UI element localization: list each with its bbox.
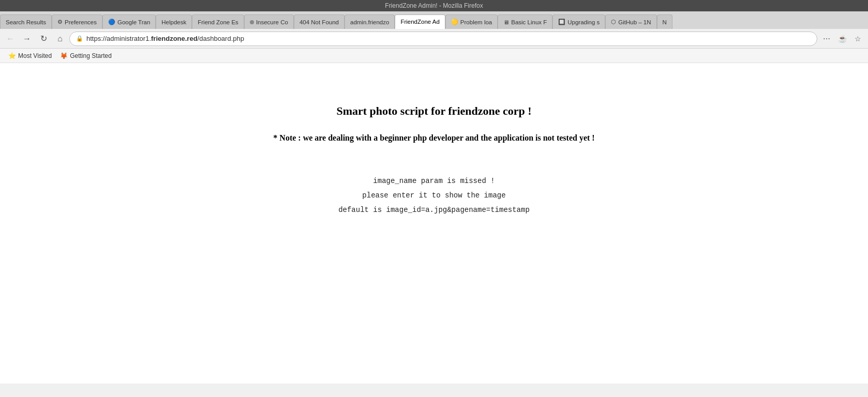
nav-extra-buttons: ⋯ ☕ ☆ (819, 32, 865, 46)
tab-label: FriendZone Ad (400, 19, 439, 25)
home-button[interactable]: ⌂ (53, 32, 67, 46)
reload-button[interactable]: ↻ (36, 32, 51, 46)
tab-label: Helpdesk (161, 19, 186, 25)
bookmark-label: Getting Started (70, 52, 112, 59)
tab-problem-load[interactable]: 🟡Problem loa (445, 14, 498, 29)
tab-favicon-icon: ⚙ (57, 19, 63, 25)
tab-label: Problem loa (460, 19, 492, 25)
page-note: * Note : we are dealing with a beginner … (273, 133, 594, 143)
tab-upgrading[interactable]: 🔲Upgrading s (552, 14, 605, 29)
tab-favicon-icon: ⬡ (611, 19, 616, 25)
tab-admin-friendzone[interactable]: admin.friendzo (345, 14, 395, 29)
bookmark-label: Most Visited (18, 52, 52, 59)
tab-helpdesk[interactable]: Helpdesk (156, 14, 192, 29)
bookmark-star-button[interactable]: ☆ (850, 32, 865, 46)
tab-label: Basic Linux F (511, 19, 547, 25)
tab-favicon-icon: 🟡 (451, 19, 458, 25)
lock-icon: 🔒 (76, 35, 83, 42)
tab-label: Google Tran (117, 19, 150, 25)
tab-label: Preferences (65, 19, 97, 25)
pocket-button[interactable]: ☕ (835, 32, 849, 46)
tab-github[interactable]: ⬡GitHub – 1N (605, 14, 656, 29)
bookmarks-bar: ⭐Most Visited🦊Getting Started (0, 49, 868, 63)
url-bar[interactable]: 🔒 https://administrator1.friendzone.red/… (69, 32, 817, 46)
url-domain: friendzone.red (151, 35, 198, 42)
page-title: Smart photo script for friendzone corp ! (336, 104, 531, 118)
bookmark-icon: 🦊 (60, 52, 68, 59)
tab-insecure-co[interactable]: Insecure Co (244, 14, 294, 29)
nav-bar: ← → ↻ ⌂ 🔒 https://administrator1.friendz… (0, 29, 868, 49)
tab-basic-linux[interactable]: 🖥Basic Linux F (498, 14, 552, 29)
tab-favicon-icon: 🖥 (503, 19, 509, 25)
tab-label: Friend Zone Es (198, 19, 238, 25)
url-text: https://administrator1.friendzone.red/da… (86, 35, 811, 42)
page-messages: image_name param is missed !please enter… (338, 174, 530, 217)
forward-button[interactable]: → (20, 32, 34, 46)
tab-label: N (663, 19, 667, 25)
tab-label: Insecure Co (256, 19, 288, 25)
tab-dot-icon (250, 20, 254, 24)
tab-new-tab[interactable]: N (657, 14, 672, 29)
bookmark-icon: ⭐ (8, 52, 16, 59)
url-protocol: https:// (86, 35, 107, 42)
page-message-2: default is image_id=a.jpg&pagename=times… (338, 203, 530, 217)
tab-label: Search Results (6, 19, 46, 25)
tab-label: GitHub – 1N (618, 19, 651, 25)
title-bar: FriendZone Admin! - Mozilla Firefox (0, 0, 868, 11)
tab-label: Upgrading s (567, 19, 600, 25)
tab-404-not-found[interactable]: 404 Not Found (294, 14, 345, 29)
bookmark-most-visited[interactable]: ⭐Most Visited (5, 51, 55, 60)
tab-label: admin.friendzo (350, 19, 389, 25)
tab-search-results[interactable]: Search Results (0, 14, 52, 29)
tab-favicon-icon: 🔵 (108, 19, 115, 25)
page-message-0: image_name param is missed ! (338, 174, 530, 188)
url-path: /dashboard.php (198, 35, 244, 42)
page-message-1: please enter it to show the image (338, 188, 530, 203)
tab-friend-zone-es[interactable]: Friend Zone Es (192, 14, 244, 29)
tab-google-translate[interactable]: 🔵Google Tran (102, 14, 156, 29)
overflow-menu-button[interactable]: ⋯ (819, 32, 834, 46)
tab-preferences[interactable]: ⚙Preferences (52, 14, 102, 29)
tab-label: 404 Not Found (300, 19, 339, 25)
back-button[interactable]: ← (3, 32, 18, 46)
bookmark-getting-started[interactable]: 🦊Getting Started (57, 51, 115, 60)
tab-favicon-icon: 🔲 (558, 19, 565, 25)
url-subdomain: administrator1. (107, 35, 151, 42)
page-content: Smart photo script for friendzone corp !… (0, 63, 868, 384)
tab-friendzone-admin[interactable]: FriendZone Ad (395, 14, 445, 29)
window-title: FriendZone Admin! - Mozilla Firefox (385, 2, 483, 9)
tab-bar: Search Results⚙Preferences🔵Google TranHe… (0, 11, 868, 29)
